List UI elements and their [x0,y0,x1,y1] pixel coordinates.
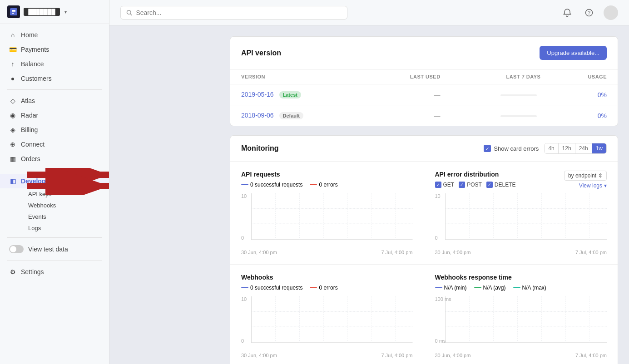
brand-chevron-icon[interactable]: ▾ [64,10,67,15]
time-btn-1w[interactable]: 1w [592,143,606,153]
nav-divider-1 [7,89,102,90]
version-link-2[interactable]: 2018-09-06 [241,112,274,119]
developers-icon: ◧ [9,177,16,185]
sidebar-header: ███████ ▾ [0,0,109,24]
chart-webhooks-title: Webhooks [241,274,413,281]
chart-api-requests-title: API requests [241,171,413,178]
chart-webhooks-area: 10 0 [241,296,413,351]
sidebar-item-orders[interactable]: ▦ Orders [0,152,109,166]
customers-icon: ● [9,75,16,82]
chart-axis-labels-1: 30 Jun, 4:00 pm 7 Jul, 4:00 pm [241,250,413,255]
chart-y-top-1: 10 [241,193,247,199]
view-test-data-toggle[interactable]: View test data [0,241,109,257]
ep-label-delete: DELETE [495,182,516,188]
sidebar-item-balance[interactable]: ↑ Balance [0,57,109,71]
sidebar-item-customers[interactable]: ● Customers [0,71,109,86]
time-btn-12h[interactable]: 12h [559,143,575,153]
sidebar-item-logs[interactable]: Logs [21,222,109,234]
sidebar-item-api-keys[interactable]: API keys [21,188,109,200]
badge-default: Default [279,112,303,119]
atlas-icon: ◇ [9,97,16,104]
chart-y-top-2: 10 [435,193,441,199]
legend-line-blue [241,184,248,185]
brand-name[interactable]: ███████ [24,8,60,16]
legend-line-red [310,184,317,185]
legend-label-errors: 0 errors [319,182,337,188]
chart-error-dist-area: 10 0 [435,193,607,248]
chart-webhooks-svg [241,296,413,351]
sidebar-item-radar[interactable]: ◉ Radar [0,108,109,123]
sidebar-item-settings-label: Settings [21,268,44,275]
usage-pct-2: 0% [551,105,618,126]
by-endpoint-label: by endpoint [568,172,596,179]
user-avatar[interactable] [604,5,618,20]
ep-check-post[interactable]: ✓ POST [459,182,482,188]
sidebar-item-customers-label: Customers [21,75,52,82]
sidebar-item-billing[interactable]: ◈ Billing [0,123,109,137]
legend-item-webhooks-successful: 0 successful requests [241,285,302,291]
col-last-used: LAST USED [367,69,451,84]
chart-api-requests-area: 10 0 [241,193,413,248]
show-card-errors-checkbox[interactable]: ✓ [484,145,491,152]
topbar: ? [109,0,629,25]
chart-x-end-2: 7 Jul, 4:00 pm [575,250,607,255]
chart-webhooks-legend: 0 successful requests 0 errors [241,285,413,291]
sidebar-item-events[interactable]: Events [21,211,109,222]
chart-error-dist-header: API error distribution ✓ GET ✓ POST [435,171,607,192]
chart-webhooks-response-title: Webhooks response time [435,274,607,281]
sidebar-item-developers[interactable]: ◧ Developers [0,174,109,188]
ep-check-get[interactable]: ✓ GET [435,182,455,188]
usage-bar-visual-1 [500,94,537,96]
sidebar-item-billing-label: Billing [21,126,38,133]
legend-label-webhooks-errors: 0 errors [319,285,337,291]
col-last7days: LAST 7 DAYS [451,69,552,84]
help-icon[interactable]: ? [582,5,596,20]
chart-x-start-4: 30 Jun, 4:00 pm [435,353,471,358]
chart-y-bottom-1: 0 [241,235,244,241]
charts-grid: API requests 0 successful requests 0 err… [230,162,618,364]
nav-divider-4 [7,261,102,261]
by-endpoint-dropdown[interactable]: by endpoint ⇕ [564,171,607,181]
chart-x-start-3: 30 Jun, 4:00 pm [241,353,277,358]
sidebar-item-payments[interactable]: 💳 Payments [0,42,109,57]
toggle-knob [10,246,16,252]
chart-error-dist-title: API error distribution [435,171,516,178]
sidebar-item-atlas[interactable]: ◇ Atlas [0,93,109,108]
sidebar-item-webhooks[interactable]: Webhooks [21,200,109,211]
chart-x-start-2: 30 Jun, 4:00 pm [435,250,471,255]
time-btn-24h[interactable]: 24h [575,143,592,153]
legend-item-errors: 0 errors [310,182,337,188]
show-card-errors-control[interactable]: ✓ Show card errors [484,145,539,152]
chart-api-requests: API requests 0 successful requests 0 err… [230,162,424,265]
sidebar-item-connect[interactable]: ⊕ Connect [0,137,109,152]
notifications-icon[interactable] [560,5,575,20]
sidebar-item-settings[interactable]: ⚙ Settings [0,265,109,279]
version-link-1[interactable]: 2019-05-16 [241,91,274,98]
upgrade-button[interactable]: Upgrade available... [540,46,607,60]
chart-error-dist-left: API error distribution ✓ GET ✓ POST [435,171,516,192]
sidebar-item-home-label: Home [21,31,38,39]
sidebar-item-developers-label: Developers [21,177,55,185]
usage-bar-2 [451,105,552,126]
sidebar-item-atlas-label: Atlas [21,97,35,104]
monitoring-header: Monitoring ✓ Show card errors 4h 12h 24h… [230,136,618,162]
legend-line-max [513,287,520,288]
table-row: 2018-09-06 Default — 0% [230,105,618,126]
ep-check-delete[interactable]: ✓ DELETE [486,182,516,188]
last-used-2: — [367,105,451,126]
legend-label-max: N/A (max) [522,285,546,291]
chart-axis-labels-2: 30 Jun, 4:00 pm 7 Jul, 4:00 pm [435,250,607,255]
view-logs-link[interactable]: View logs ▾ [579,182,607,189]
sidebar-item-radar-label: Radar [21,112,38,119]
time-btn-4h[interactable]: 4h [545,143,558,153]
search-box[interactable] [120,6,347,20]
chart-x-end-3: 7 Jul, 4:00 pm [381,353,412,358]
usage-bar-visual-2 [500,115,537,117]
sidebar-sub-menu: API keys Webhooks Events Logs [0,188,109,234]
settings-icon: ⚙ [9,268,16,275]
filter-icon: ▾ [604,182,607,189]
sidebar-item-home[interactable]: ⌂ Home [0,28,109,42]
search-input[interactable] [136,9,342,16]
ep-label-get: GET [443,182,455,188]
main-content: API version Upgrade available... VERSION… [219,25,629,364]
